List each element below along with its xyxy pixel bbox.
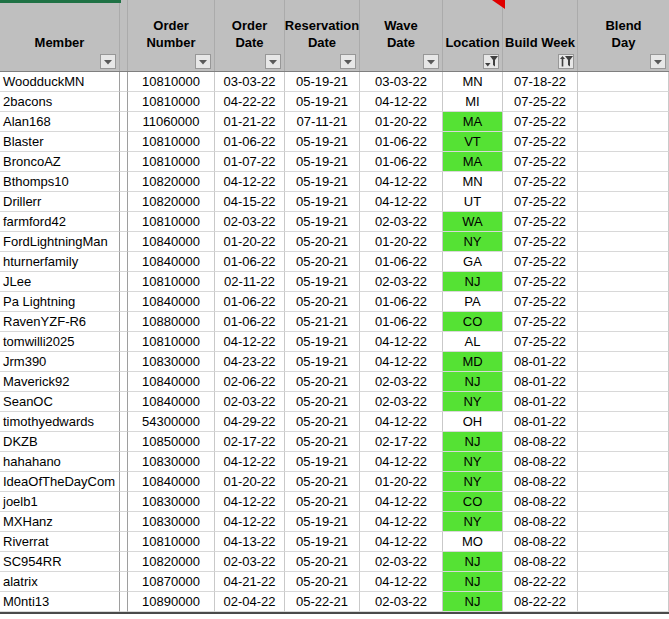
spacer-cell[interactable] bbox=[120, 532, 128, 552]
cell-member[interactable]: M0nti13 bbox=[0, 592, 120, 612]
cell-build-week[interactable]: 07-25-22 bbox=[503, 192, 578, 212]
cell-wave-date[interactable]: 01-06-22 bbox=[360, 152, 443, 172]
cell-reservation-date[interactable]: 05-19-21 bbox=[285, 332, 360, 352]
cell-reservation-date[interactable]: 05-19-21 bbox=[285, 72, 360, 92]
cell-location[interactable]: NY bbox=[443, 512, 503, 532]
cell-wave-date[interactable]: 04-12-22 bbox=[360, 572, 443, 592]
cell-blend-day[interactable] bbox=[578, 312, 669, 332]
cell-reservation-date[interactable]: 05-20-21 bbox=[285, 472, 360, 492]
cell-order-date[interactable]: 04-12-22 bbox=[215, 452, 285, 472]
cell-order-date[interactable]: 01-06-22 bbox=[215, 312, 285, 332]
cell-reservation-date[interactable]: 05-19-21 bbox=[285, 192, 360, 212]
cell-wave-date[interactable]: 02-03-22 bbox=[360, 272, 443, 292]
cell-order-number[interactable]: 10820000 bbox=[128, 192, 215, 212]
cell-order-number[interactable]: 11060000 bbox=[128, 112, 215, 132]
cell-wave-date[interactable]: 02-03-22 bbox=[360, 552, 443, 572]
cell-member[interactable]: RavenYZF-R6 bbox=[0, 312, 120, 332]
cell-order-number[interactable]: 10830000 bbox=[128, 452, 215, 472]
cell-wave-date[interactable]: 02-03-22 bbox=[360, 372, 443, 392]
cell-build-week[interactable]: 08-08-22 bbox=[503, 532, 578, 552]
cell-blend-day[interactable] bbox=[578, 212, 669, 232]
header-blend-day[interactable]: Blend Day bbox=[578, 0, 669, 71]
cell-order-number[interactable]: 10840000 bbox=[128, 392, 215, 412]
cell-location[interactable]: MN bbox=[443, 172, 503, 192]
cell-member[interactable]: Blaster bbox=[0, 132, 120, 152]
spacer-cell[interactable] bbox=[120, 392, 128, 412]
cell-build-week[interactable]: 08-08-22 bbox=[503, 452, 578, 472]
cell-blend-day[interactable] bbox=[578, 392, 669, 412]
spacer-cell[interactable] bbox=[120, 112, 128, 132]
cell-order-number[interactable]: 10850000 bbox=[128, 432, 215, 452]
cell-member[interactable]: IdeaOfTheDayCom bbox=[0, 472, 120, 492]
spacer-cell[interactable] bbox=[120, 452, 128, 472]
cell-member[interactable]: DKZB bbox=[0, 432, 120, 452]
cell-order-number[interactable]: 10830000 bbox=[128, 512, 215, 532]
cell-member[interactable]: Drillerr bbox=[0, 192, 120, 212]
cell-location[interactable]: NJ bbox=[443, 592, 503, 612]
cell-order-number[interactable]: 10840000 bbox=[128, 472, 215, 492]
cell-location[interactable]: MA bbox=[443, 112, 503, 132]
cell-order-date[interactable]: 02-17-22 bbox=[215, 432, 285, 452]
cell-location[interactable]: NJ bbox=[443, 572, 503, 592]
spacer-cell[interactable] bbox=[120, 232, 128, 252]
cell-location[interactable]: MD bbox=[443, 352, 503, 372]
cell-blend-day[interactable] bbox=[578, 132, 669, 152]
spacer-cell[interactable] bbox=[120, 252, 128, 272]
cell-blend-day[interactable] bbox=[578, 412, 669, 432]
cell-wave-date[interactable]: 01-06-22 bbox=[360, 252, 443, 272]
cell-build-week[interactable]: 08-08-22 bbox=[503, 472, 578, 492]
cell-build-week[interactable]: 08-08-22 bbox=[503, 492, 578, 512]
cell-build-week[interactable]: 08-08-22 bbox=[503, 512, 578, 532]
filter-button-reservation-date[interactable] bbox=[340, 54, 356, 69]
spacer-cell[interactable] bbox=[120, 412, 128, 432]
cell-location[interactable]: MO bbox=[443, 532, 503, 552]
cell-blend-day[interactable] bbox=[578, 152, 669, 172]
cell-order-number[interactable]: 10810000 bbox=[128, 92, 215, 112]
cell-order-date[interactable]: 01-07-22 bbox=[215, 152, 285, 172]
cell-order-date[interactable]: 04-13-22 bbox=[215, 532, 285, 552]
cell-order-number[interactable]: 10820000 bbox=[128, 172, 215, 192]
cell-order-number[interactable]: 10830000 bbox=[128, 492, 215, 512]
cell-order-date[interactable]: 04-29-22 bbox=[215, 412, 285, 432]
cell-blend-day[interactable] bbox=[578, 172, 669, 192]
cell-blend-day[interactable] bbox=[578, 572, 669, 592]
cell-order-number[interactable]: 54300000 bbox=[128, 412, 215, 432]
cell-blend-day[interactable] bbox=[578, 72, 669, 92]
cell-wave-date[interactable]: 02-03-22 bbox=[360, 392, 443, 412]
cell-build-week[interactable]: 07-25-22 bbox=[503, 112, 578, 132]
spacer-cell[interactable] bbox=[120, 592, 128, 612]
cell-member[interactable]: Riverrat bbox=[0, 532, 120, 552]
cell-wave-date[interactable]: 01-06-22 bbox=[360, 132, 443, 152]
cell-blend-day[interactable] bbox=[578, 452, 669, 472]
cell-blend-day[interactable] bbox=[578, 332, 669, 352]
cell-wave-date[interactable]: 04-12-22 bbox=[360, 452, 443, 472]
cell-location[interactable]: AL bbox=[443, 332, 503, 352]
spacer-cell[interactable] bbox=[120, 492, 128, 512]
cell-wave-date[interactable]: 04-12-22 bbox=[360, 92, 443, 112]
cell-reservation-date[interactable]: 05-20-21 bbox=[285, 492, 360, 512]
cell-build-week[interactable]: 07-25-22 bbox=[503, 272, 578, 292]
cell-build-week[interactable]: 07-25-22 bbox=[503, 292, 578, 312]
cell-member[interactable]: 2bacons bbox=[0, 92, 120, 112]
cell-order-date[interactable]: 04-12-22 bbox=[215, 512, 285, 532]
cell-member[interactable]: joelb1 bbox=[0, 492, 120, 512]
cell-location[interactable]: MA bbox=[443, 152, 503, 172]
spacer-cell[interactable] bbox=[120, 172, 128, 192]
spacer-cell[interactable] bbox=[120, 92, 128, 112]
cell-order-number[interactable]: 10840000 bbox=[128, 292, 215, 312]
cell-wave-date[interactable]: 04-12-22 bbox=[360, 532, 443, 552]
cell-member[interactable]: hahahano bbox=[0, 452, 120, 472]
cell-order-date[interactable]: 01-06-22 bbox=[215, 292, 285, 312]
cell-wave-date[interactable]: 01-20-22 bbox=[360, 112, 443, 132]
cell-order-date[interactable]: 02-03-22 bbox=[215, 212, 285, 232]
cell-build-week[interactable]: 07-25-22 bbox=[503, 92, 578, 112]
header-wave-date[interactable]: Wave Date bbox=[360, 0, 443, 71]
cell-build-week[interactable]: 07-25-22 bbox=[503, 152, 578, 172]
cell-blend-day[interactable] bbox=[578, 272, 669, 292]
header-build-week[interactable]: Build Week bbox=[503, 0, 578, 71]
cell-location[interactable]: WA bbox=[443, 212, 503, 232]
cell-reservation-date[interactable]: 05-19-21 bbox=[285, 532, 360, 552]
cell-build-week[interactable]: 07-25-22 bbox=[503, 172, 578, 192]
cell-reservation-date[interactable]: 05-19-21 bbox=[285, 212, 360, 232]
cell-location[interactable]: NY bbox=[443, 232, 503, 252]
